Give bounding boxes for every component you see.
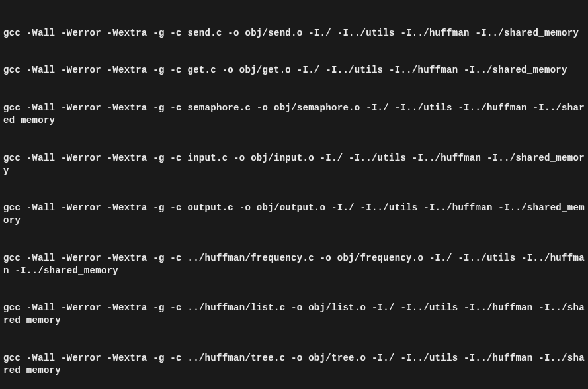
terminal-line: gcc -Wall -Werror -Wextra -g -c input.c … bbox=[3, 152, 585, 177]
terminal-line: gcc -Wall -Werror -Wextra -g -c get.c -o… bbox=[3, 64, 585, 77]
terminal-line: gcc -Wall -Werror -Wextra -g -c ../huffm… bbox=[3, 252, 585, 277]
terminal-line: gcc -Wall -Werror -Wextra -g -c ../huffm… bbox=[3, 352, 585, 377]
terminal-output[interactable]: gcc -Wall -Werror -Wextra -g -c send.c -… bbox=[3, 2, 585, 389]
terminal-line: gcc -Wall -Werror -Wextra -g -c output.c… bbox=[3, 202, 585, 227]
terminal-line: gcc -Wall -Werror -Wextra -g -c ../huffm… bbox=[3, 302, 585, 327]
terminal-line: gcc -Wall -Werror -Wextra -g -c send.c -… bbox=[3, 27, 585, 40]
terminal-line: gcc -Wall -Werror -Wextra -g -c semaphor… bbox=[3, 102, 585, 127]
